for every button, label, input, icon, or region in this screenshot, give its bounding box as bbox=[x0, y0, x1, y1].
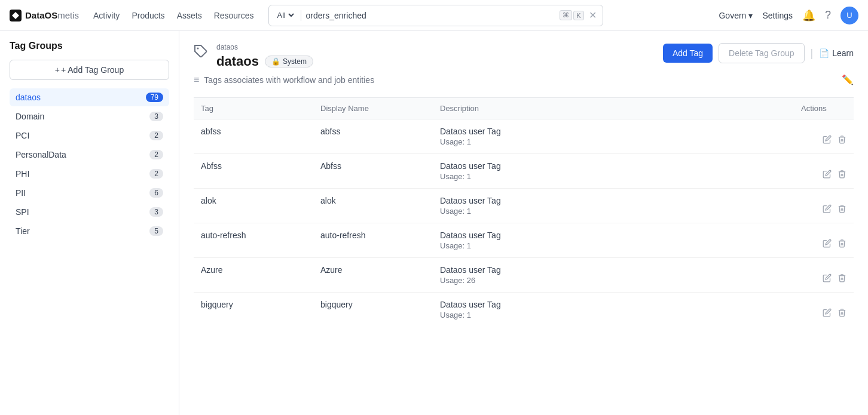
learn-link[interactable]: 📄 Learn bbox=[819, 48, 854, 58]
avatar[interactable]: U bbox=[841, 7, 858, 24]
notifications-button[interactable]: 🔔 bbox=[802, 9, 815, 22]
lock-icon: 🔒 bbox=[271, 57, 280, 66]
nav-assets[interactable]: Assets bbox=[177, 11, 202, 20]
actions-cell bbox=[794, 154, 854, 189]
description-cell: Dataos user Tag Usage: 1 bbox=[433, 293, 794, 327]
search-clear-button[interactable]: ✕ bbox=[589, 11, 597, 20]
sidebar-item-badge: 2 bbox=[149, 169, 163, 179]
tag-group-title: dataos bbox=[216, 54, 259, 69]
sidebar-item-label: SPI bbox=[16, 207, 29, 217]
sidebar-item-spi[interactable]: SPI3 bbox=[10, 203, 169, 221]
sidebar: Tag Groups + + Add Tag Group dataos79Dom… bbox=[0, 31, 179, 415]
tag-group-title-row: dataos 🔒 System bbox=[216, 54, 313, 69]
sidebar-item-pci[interactable]: PCI2 bbox=[10, 127, 169, 145]
nav-resources[interactable]: Resources bbox=[214, 11, 254, 20]
description-icon: ≡ bbox=[194, 75, 199, 85]
sidebar-item-label: PersonalData bbox=[16, 150, 66, 159]
sidebar-item-label: dataos bbox=[16, 93, 41, 102]
tag-group-icon bbox=[194, 44, 208, 62]
edit-tag-button[interactable] bbox=[823, 239, 832, 250]
display-name-cell: Azure bbox=[313, 258, 433, 293]
nav-activity[interactable]: Activity bbox=[93, 11, 120, 20]
topnav: DataOSmetis Activity Products Assets Res… bbox=[0, 0, 868, 31]
description-row: ≡ Tags associates with workflow and job … bbox=[194, 74, 854, 85]
search-bar: All ⌘ K ✕ bbox=[268, 5, 603, 26]
delete-tag-button[interactable] bbox=[838, 273, 846, 284]
help-button[interactable]: ? bbox=[825, 9, 831, 21]
table-row: abfss abfss Dataos user Tag Usage: 1 bbox=[194, 119, 854, 154]
settings-link[interactable]: Settings bbox=[762, 11, 793, 20]
tag-desc-text: Dataos user Tag bbox=[440, 196, 787, 205]
sidebar-item-tier[interactable]: Tier5 bbox=[10, 222, 169, 240]
col-header-description: Description bbox=[433, 98, 794, 119]
sidebar-item-badge: 3 bbox=[149, 112, 163, 121]
tag-cell: Azure bbox=[194, 258, 313, 293]
display-name-cell: Abfss bbox=[313, 154, 433, 189]
sidebar-item-badge: 5 bbox=[149, 226, 163, 236]
content-header-left: dataos dataos 🔒 System bbox=[194, 43, 313, 69]
content-header-right: Add Tag Delete Tag Group | 📄 Learn bbox=[663, 43, 854, 63]
display-name-cell: alok bbox=[313, 189, 433, 223]
sidebar-item-badge: 2 bbox=[149, 150, 163, 159]
delete-tag-button[interactable] bbox=[838, 135, 846, 146]
sidebar-item-label: Tier bbox=[16, 226, 30, 236]
add-tag-group-button[interactable]: + + Add Tag Group bbox=[10, 60, 169, 80]
table-row: auto-refresh auto-refresh Dataos user Ta… bbox=[194, 223, 854, 258]
sidebar-items-list: dataos79Domain3PCI2PersonalData2PHI2PII6… bbox=[10, 88, 169, 240]
govern-menu[interactable]: Govern ▾ bbox=[719, 11, 753, 20]
add-tag-button[interactable]: Add Tag bbox=[663, 44, 713, 63]
delete-tag-group-button[interactable]: Delete Tag Group bbox=[719, 43, 804, 63]
display-name-cell: bigquery bbox=[313, 293, 433, 327]
delete-tag-button[interactable] bbox=[838, 204, 846, 215]
sidebar-title: Tag Groups bbox=[10, 41, 169, 51]
tag-desc-text: Dataos user Tag bbox=[440, 300, 787, 309]
delete-tag-button[interactable] bbox=[838, 239, 846, 250]
sidebar-item-pii[interactable]: PII6 bbox=[10, 184, 169, 202]
search-divider bbox=[301, 10, 301, 21]
sidebar-item-badge: 2 bbox=[149, 131, 163, 140]
plus-icon: + bbox=[55, 65, 60, 75]
edit-tag-button[interactable] bbox=[823, 273, 832, 284]
tag-usage-text: Usage: 26 bbox=[440, 276, 787, 285]
tag-desc-text: Dataos user Tag bbox=[440, 161, 787, 171]
tag-usage-text: Usage: 1 bbox=[440, 172, 787, 181]
col-header-tag: Tag bbox=[194, 98, 313, 119]
search-input[interactable] bbox=[306, 11, 555, 20]
actions-cell bbox=[794, 258, 854, 293]
edit-tag-button[interactable] bbox=[823, 135, 832, 146]
sidebar-item-phi[interactable]: PHI2 bbox=[10, 165, 169, 183]
col-header-display: Display Name bbox=[313, 98, 433, 119]
col-header-actions: Actions bbox=[794, 98, 854, 119]
edit-tag-button[interactable] bbox=[823, 204, 832, 215]
tag-desc-text: Dataos user Tag bbox=[440, 127, 787, 136]
svg-point-1 bbox=[197, 48, 199, 50]
tag-cell: abfss bbox=[194, 119, 313, 154]
description-cell: Dataos user Tag Usage: 1 bbox=[433, 119, 794, 154]
tag-group-meta: dataos dataos 🔒 System bbox=[216, 43, 313, 69]
sidebar-item-personaldata[interactable]: PersonalData2 bbox=[10, 146, 169, 164]
logo-text: DataOSmetis bbox=[25, 10, 79, 20]
description-cell: Dataos user Tag Usage: 26 bbox=[433, 258, 794, 293]
tag-table: Tag Display Name Description Actions abf… bbox=[194, 97, 854, 327]
edit-tag-button[interactable] bbox=[823, 170, 832, 180]
table-header: Tag Display Name Description Actions bbox=[194, 98, 854, 119]
sidebar-item-domain[interactable]: Domain3 bbox=[10, 107, 169, 125]
tag-table-body: abfss abfss Dataos user Tag Usage: 1 Abf… bbox=[194, 119, 854, 327]
tag-usage-text: Usage: 1 bbox=[440, 137, 787, 146]
delete-tag-button[interactable] bbox=[838, 170, 846, 180]
edit-tag-button[interactable] bbox=[823, 308, 832, 319]
dataos-logo-icon bbox=[10, 10, 22, 21]
sidebar-item-label: PII bbox=[16, 188, 26, 198]
delete-tag-button[interactable] bbox=[838, 308, 846, 319]
tag-desc-text: Dataos user Tag bbox=[440, 265, 787, 275]
search-filter-select[interactable]: All bbox=[275, 10, 296, 20]
sidebar-item-dataos[interactable]: dataos79 bbox=[10, 88, 169, 106]
chevron-down-icon: ▾ bbox=[748, 11, 753, 20]
nav-products[interactable]: Products bbox=[132, 11, 164, 20]
document-icon: 📄 bbox=[819, 48, 829, 58]
edit-description-button[interactable]: ✏️ bbox=[842, 74, 854, 85]
nav-links: Activity Products Assets Resources bbox=[93, 11, 254, 20]
table-row: alok alok Dataos user Tag Usage: 1 bbox=[194, 189, 854, 223]
tag-usage-text: Usage: 1 bbox=[440, 311, 787, 319]
logo[interactable]: DataOSmetis bbox=[10, 10, 79, 21]
